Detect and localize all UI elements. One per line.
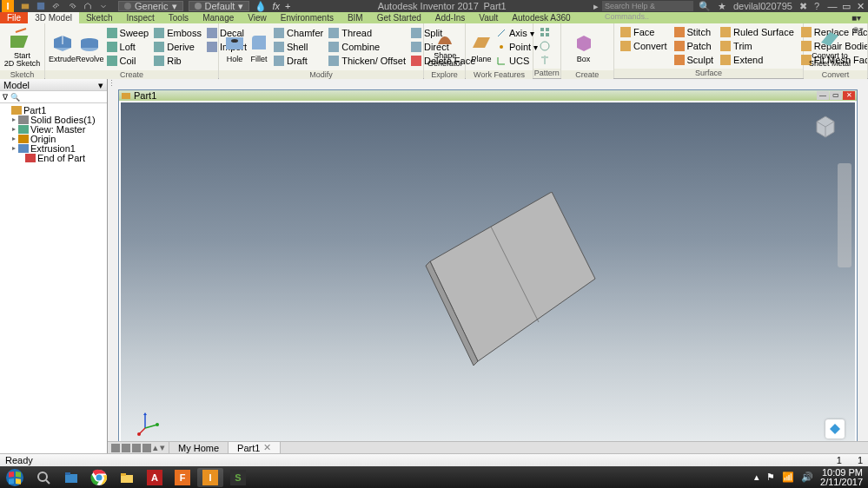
fillet-button[interactable]: Fillet (247, 25, 271, 69)
task-autocad[interactable]: A (142, 468, 168, 487)
sculpt-button[interactable]: Sculpt (672, 54, 717, 67)
qat-dropdown-icon[interactable] (99, 2, 108, 10)
tab-up-icon[interactable]: ▴ (153, 442, 158, 453)
browser-header[interactable]: Model▾ (0, 79, 107, 91)
model-tree[interactable]: Part1▸Solid Bodies(1)▸View: Master▸Origi… (0, 103, 107, 453)
ribbon-options-icon[interactable]: ■▾ (845, 12, 868, 23)
tree-row[interactable]: Part1 (2, 105, 105, 115)
draft-button[interactable]: Draft (271, 55, 326, 68)
viewcube[interactable] (812, 111, 839, 139)
filter-icon[interactable]: ∇ (3, 93, 8, 102)
file-tab[interactable]: File (0, 12, 28, 23)
task-folder[interactable] (114, 468, 140, 487)
task-explorer[interactable] (58, 468, 84, 487)
open-icon[interactable] (21, 2, 30, 10)
chamfer-button[interactable]: Chamfer (271, 27, 326, 40)
tree-expander[interactable]: ▸ (10, 144, 17, 152)
undo-icon[interactable] (52, 2, 61, 10)
redo-icon[interactable] (68, 2, 76, 10)
shape-generator-button[interactable]: Shape Generator (427, 25, 463, 69)
tray-expand-icon[interactable]: ▴ (754, 472, 759, 483)
tab-3dmodel[interactable]: 3D Model (28, 12, 79, 23)
task-inventor[interactable]: I (197, 468, 223, 487)
emboss-button[interactable]: Emboss (151, 27, 204, 40)
tab-a360[interactable]: Autodesk A360 (505, 12, 577, 23)
loft-button[interactable]: Loft (104, 41, 152, 54)
favorite-icon[interactable]: ✖ (799, 1, 807, 12)
shell-button[interactable]: Shell (271, 41, 326, 54)
signin-icon[interactable]: ★ (718, 1, 726, 12)
convert-sheetmetal-button[interactable]: Convert to Sheet Metal (807, 25, 852, 69)
tab-tools[interactable]: Tools (162, 12, 195, 23)
hole-button[interactable]: Hole (222, 25, 247, 69)
save-icon[interactable] (36, 2, 45, 10)
start-2d-sketch-button[interactable]: Start 2D Sketch (3, 25, 41, 69)
search-icon[interactable]: 🔍 (699, 1, 711, 12)
task-magnifier[interactable] (30, 468, 56, 487)
revolve-button[interactable]: Revolve (76, 25, 104, 69)
patch-button[interactable]: Patch (672, 40, 717, 53)
start-button[interactable] (0, 466, 30, 488)
taskbar-clock[interactable]: 10:09 PM2/11/2017 (820, 468, 863, 487)
close-button[interactable]: ✕ (854, 1, 866, 11)
tree-expander[interactable]: ▸ (10, 135, 17, 142)
tray-network-icon[interactable]: 📶 (782, 472, 794, 483)
doc-close-button[interactable]: ✕ (843, 91, 855, 100)
appearance-tools-icon[interactable]: 💧 (255, 1, 267, 12)
thread-button[interactable]: Thread (326, 27, 408, 40)
home-icon[interactable] (83, 2, 92, 10)
part-geometry[interactable] (400, 192, 600, 366)
tree-expander[interactable]: ▸ (10, 125, 17, 133)
help-search-input[interactable]: Search Help & Commands.. (602, 1, 693, 11)
steering-wheel-icon[interactable] (825, 419, 845, 439)
document-titlebar[interactable]: Part1 — ▭ ✕ (119, 90, 857, 101)
navigation-bar[interactable] (838, 163, 851, 267)
tile-icon[interactable] (111, 444, 120, 452)
maximize-button[interactable]: ▭ (840, 1, 852, 11)
tab-inspect[interactable]: Inspect (120, 12, 162, 23)
doc-tab-home[interactable]: My Home (169, 442, 229, 453)
find-icon[interactable]: 🔍 (10, 93, 20, 102)
material-dropdown[interactable]: Generic▾ (118, 1, 183, 11)
pattern-rect-button[interactable] (537, 26, 553, 39)
appearance-dropdown[interactable]: Default▾ (189, 1, 250, 11)
tab-manage[interactable]: Manage (195, 12, 241, 23)
tab-bim[interactable]: BIM (341, 12, 370, 23)
convert-button[interactable]: Convert (618, 40, 670, 53)
doc-tab-part1[interactable]: Part1✕ (229, 442, 281, 453)
tab-addins[interactable]: Add-Ins (428, 12, 472, 23)
tray-volume-icon[interactable]: 🔊 (801, 472, 813, 483)
task-fusion[interactable]: F (169, 468, 195, 487)
panel-expand-icon[interactable]: ◉▾ (852, 25, 864, 34)
tab-close-icon[interactable]: ✕ (263, 442, 271, 453)
extend-button[interactable]: Extend (718, 54, 797, 67)
3d-viewport[interactable] (121, 102, 855, 447)
pattern-circ-button[interactable] (537, 40, 553, 53)
tray-flag-icon[interactable]: ⚑ (766, 472, 775, 483)
tab-environments[interactable]: Environments (274, 12, 341, 23)
sweep-button[interactable]: Sweep (104, 27, 152, 40)
minimize-button[interactable]: — (826, 1, 838, 11)
trim-button[interactable]: Trim (718, 40, 797, 53)
extrude-button[interactable]: Extrude (49, 25, 76, 69)
ruled-button[interactable]: Ruled Surface (718, 26, 797, 39)
tree-row[interactable]: ▸View: Master (2, 124, 105, 134)
plane-button[interactable]: Plane (469, 25, 494, 69)
tab-vault[interactable]: Vault (472, 12, 505, 23)
fx-button[interactable]: fx (272, 1, 280, 11)
doc-minimize-button[interactable]: — (817, 91, 829, 100)
tab-getstarted[interactable]: Get Started (370, 12, 428, 23)
tile-v-icon[interactable] (132, 444, 141, 452)
tab-sketch[interactable]: Sketch (79, 12, 120, 23)
cascade-icon[interactable] (142, 444, 151, 452)
face-button[interactable]: Face (618, 26, 670, 39)
tab-down-icon[interactable]: ▾ (160, 442, 165, 453)
tile-h-icon[interactable] (122, 444, 130, 452)
tree-row[interactable]: ▸Origin (2, 134, 105, 143)
tree-row[interactable]: ▸Solid Bodies(1) (2, 115, 105, 124)
stitch-button[interactable]: Stitch (672, 26, 717, 39)
derive-button[interactable]: Derive (151, 41, 204, 54)
combine-button[interactable]: Combine (326, 41, 408, 54)
mirror-button[interactable] (537, 54, 553, 67)
help-icon[interactable]: ? (814, 1, 819, 11)
